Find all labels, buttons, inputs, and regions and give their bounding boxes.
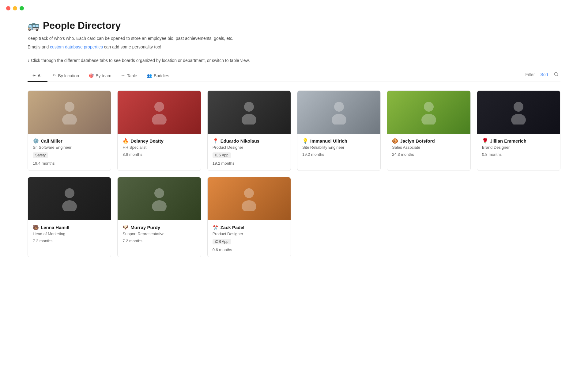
card-months-murray: 7.2 months — [123, 239, 196, 243]
card-emoji-lenna: 🐻 — [33, 224, 39, 230]
card-photo-immanuel — [297, 91, 380, 134]
card-body-zack: ✂️ Zack Padel Product Designer iOS App 0… — [208, 220, 291, 257]
card-body-jaclyn: 🍪 Jaclyn Botsford Sales Associate 24.3 m… — [387, 134, 470, 162]
maximize-button[interactable] — [20, 6, 24, 10]
card-murray-purdy[interactable]: 🐶 Murray Purdy Support Representative 7.… — [117, 177, 201, 257]
card-body-delaney: 🔥 Delaney Beatty HR Specialist 8.8 month… — [118, 134, 201, 162]
filter-button[interactable]: Filter — [523, 71, 537, 78]
card-emoji-jaclyn: 🍪 — [392, 138, 398, 144]
close-button[interactable] — [6, 6, 10, 10]
custom-properties-link[interactable]: custom database properties — [50, 44, 103, 49]
card-role-immanuel: Site Reliability Engineer — [302, 145, 375, 150]
card-body-murray: 🐶 Murray Purdy Support Representative 7.… — [118, 220, 201, 248]
card-emoji-jillian: 🌹 — [482, 138, 488, 144]
card-months-delaney: 8.8 months — [123, 152, 196, 157]
card-name-immanuel: 💡 Immanuel Ullrich — [302, 138, 375, 144]
svg-line-1 — [557, 75, 558, 76]
card-role-delaney: HR Specialist — [123, 145, 196, 150]
tab-team-icon: 🎯 — [89, 73, 94, 78]
tab-location-icon: 🏳 — [52, 73, 56, 78]
cards-grid-row2: 🐻 Lenna Hamill Head of Marketing 7.2 mon… — [28, 177, 560, 257]
card-name-delaney: 🔥 Delaney Beatty — [123, 138, 196, 144]
card-name-text-jaclyn: Jaclyn Botsford — [400, 138, 435, 144]
tab-by-team[interactable]: 🎯 By team — [84, 70, 116, 82]
card-role-jaclyn: Sales Associate — [392, 145, 465, 150]
minimize-button[interactable] — [13, 6, 17, 10]
svg-point-19 — [242, 200, 256, 211]
card-emoji-immanuel: 💡 — [302, 138, 308, 144]
card-lenna-hamill[interactable]: 🐻 Lenna Hamill Head of Marketing 7.2 mon… — [28, 177, 111, 257]
card-tag-cali: Safety — [33, 152, 48, 158]
card-photo-murray — [118, 177, 201, 220]
page-hint: ↓ Click through the different database t… — [28, 58, 560, 63]
card-photo-jaclyn — [387, 91, 470, 134]
tab-all-icon: ✳ — [32, 73, 36, 78]
tab-table[interactable]: 〰 Table — [116, 70, 142, 82]
svg-point-10 — [424, 102, 434, 112]
tab-table-label: Table — [127, 73, 137, 78]
card-months-lenna: 7.2 months — [33, 239, 106, 243]
tabs-actions: Filter Sort — [523, 71, 560, 81]
tab-table-icon: 〰 — [121, 73, 125, 78]
search-button[interactable] — [552, 71, 560, 79]
tab-buddies[interactable]: 👥 Buddies — [142, 70, 174, 82]
card-photo-cali — [28, 91, 111, 134]
card-photo-jillian — [477, 91, 560, 134]
tab-by-location[interactable]: 🏳 By location — [47, 70, 84, 82]
card-role-cali: Sr. Software Engineer — [33, 145, 106, 150]
sort-button[interactable]: Sort — [540, 72, 548, 77]
tab-buddies-icon: 👥 — [147, 73, 152, 78]
card-body-lenna: 🐻 Lenna Hamill Head of Marketing 7.2 mon… — [28, 220, 111, 248]
card-role-eduardo: Product Designer — [213, 145, 286, 150]
cards-grid-row1: ⚙️ Cali Miller Sr. Software Engineer Saf… — [28, 90, 560, 171]
svg-point-12 — [514, 102, 523, 112]
card-role-jillian: Brand Designer — [482, 145, 555, 150]
card-cali-miller[interactable]: ⚙️ Cali Miller Sr. Software Engineer Saf… — [28, 90, 111, 171]
svg-point-14 — [65, 188, 74, 198]
card-name-zack: ✂️ Zack Padel — [213, 224, 286, 230]
card-months-cali: 19.4 months — [33, 161, 106, 166]
tab-all[interactable]: ✳ All — [28, 70, 47, 82]
svg-point-18 — [244, 188, 254, 198]
card-delaney-beatty[interactable]: 🔥 Delaney Beatty HR Specialist 8.8 month… — [117, 90, 201, 171]
page-description-2: Emojis and custom database properties ca… — [28, 44, 560, 50]
card-name-lenna: 🐻 Lenna Hamill — [33, 224, 106, 230]
card-body-eduardo: 📍 Eduardo Nikolaus Product Designer iOS … — [208, 134, 291, 171]
card-zack-padel[interactable]: ✂️ Zack Padel Product Designer iOS App 0… — [207, 177, 291, 257]
svg-point-5 — [152, 114, 167, 125]
svg-point-11 — [421, 114, 436, 125]
card-months-jillian: 0.8 months — [482, 152, 555, 157]
svg-point-4 — [154, 102, 164, 112]
card-name-text-lenna: Lenna Hamill — [41, 225, 69, 230]
card-tag-zack: iOS App — [213, 239, 231, 244]
card-eduardo-nikolaus[interactable]: 📍 Eduardo Nikolaus Product Designer iOS … — [207, 90, 291, 171]
card-name-jillian: 🌹 Jillian Emmerich — [482, 138, 555, 144]
svg-point-13 — [511, 114, 526, 125]
card-name-murray: 🐶 Murray Purdy — [123, 224, 196, 230]
tab-location-label: By location — [58, 73, 79, 78]
card-immanuel-ullrich[interactable]: 💡 Immanuel Ullrich Site Reliability Engi… — [297, 90, 381, 171]
svg-point-15 — [62, 200, 77, 211]
card-emoji-zack: ✂️ — [213, 224, 219, 230]
tabs-row: ✳ All 🏳 By location 🎯 By team 〰 Table 👥 … — [28, 70, 560, 82]
svg-point-8 — [334, 102, 344, 112]
svg-point-7 — [242, 114, 256, 125]
card-name-text-jillian: Jillian Emmerich — [490, 138, 526, 144]
card-jaclyn-botsford[interactable]: 🍪 Jaclyn Botsford Sales Associate 24.3 m… — [387, 90, 470, 171]
card-photo-eduardo — [208, 91, 291, 134]
card-name-text-cali: Cali Miller — [41, 138, 62, 144]
card-role-murray: Support Representative — [123, 232, 196, 236]
page-title: 🚌 People Directory — [28, 20, 560, 31]
svg-point-3 — [62, 114, 77, 125]
tab-buddies-label: Buddies — [154, 73, 169, 78]
card-months-jaclyn: 24.3 months — [392, 152, 465, 157]
card-months-eduardo: 19.2 months — [213, 161, 286, 166]
search-icon — [554, 72, 559, 77]
card-body-cali: ⚙️ Cali Miller Sr. Software Engineer Saf… — [28, 134, 111, 171]
card-role-lenna: Head of Marketing — [33, 232, 106, 236]
card-name-eduardo: 📍 Eduardo Nikolaus — [213, 138, 286, 144]
card-photo-delaney — [118, 91, 201, 134]
page-title-emoji: 🚌 — [28, 20, 40, 31]
card-name-text-immanuel: Immanuel Ullrich — [310, 138, 347, 144]
card-jillian-emmerich[interactable]: 🌹 Jillian Emmerich Brand Designer 0.8 mo… — [477, 90, 560, 171]
